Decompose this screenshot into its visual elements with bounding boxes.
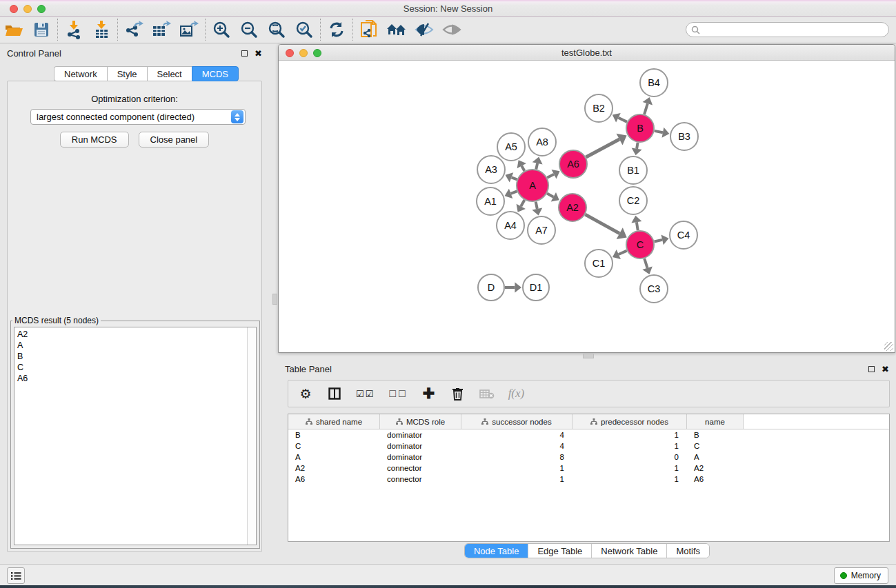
network-canvas[interactable]: B4B2BB3A5A8A6A3AB1A1A2C2A4A7C4CC1C3DD1 [279, 61, 895, 352]
table-cell[interactable]: 1 [461, 474, 573, 485]
table-cell[interactable]: 1 [573, 463, 687, 474]
close-table-panel-icon[interactable]: ✖ [882, 366, 889, 372]
table-cell[interactable]: B [288, 429, 380, 440]
table-cell[interactable]: A [687, 452, 744, 463]
graph-edge-A-A8[interactable] [532, 156, 543, 169]
deselect-all-columns-button[interactable]: ☐☐ [388, 389, 407, 399]
graph-node-C1[interactable]: C1 [585, 250, 613, 277]
graph-edge-A-A6[interactable] [547, 170, 559, 179]
close-panel-button[interactable]: Close panel [139, 132, 210, 148]
table-cell[interactable]: A2 [288, 463, 380, 474]
mcds-result-item[interactable]: A6 [17, 373, 244, 384]
table-cell[interactable]: dominator [380, 429, 461, 440]
add-column-button[interactable]: ✚ [421, 385, 437, 402]
export-table-button[interactable] [148, 18, 175, 41]
table-cell[interactable]: C [288, 440, 380, 452]
table-row[interactable]: Adominator80A [288, 452, 889, 463]
home-button[interactable] [383, 18, 410, 41]
graph-node-B4[interactable]: B4 [640, 69, 668, 97]
table-cell[interactable]: 8 [461, 452, 573, 463]
optimization-criterion-select[interactable]: largest connected component (directed) [30, 109, 246, 125]
column-header-MCDS-role[interactable]: MCDS role [380, 414, 461, 429]
graph-edge-B-B3[interactable] [655, 128, 670, 138]
tab-edge-table[interactable]: Edge Table [528, 544, 592, 558]
vertical-splitter-handle[interactable] [272, 294, 277, 305]
tab-motifs[interactable]: Motifs [667, 544, 709, 558]
graph-node-B2[interactable]: B2 [585, 94, 613, 122]
tab-network-table[interactable]: Network Table [592, 544, 667, 558]
mcds-result-item[interactable]: A [17, 340, 244, 351]
refresh-button[interactable] [323, 18, 350, 41]
graph-edge-A-A4[interactable] [517, 200, 526, 212]
mcds-result-item[interactable]: B [17, 351, 244, 362]
graph-edge-C-C4[interactable] [654, 234, 668, 245]
graph-node-A6[interactable]: A6 [559, 150, 587, 178]
show-panels-button[interactable] [7, 567, 25, 584]
graph-edge-D-D1[interactable] [505, 282, 521, 292]
tab-style[interactable]: Style [107, 66, 147, 81]
window-resize-grip[interactable] [884, 342, 893, 351]
graph-edge-A6-B[interactable] [586, 134, 627, 157]
zoom-window-button[interactable] [37, 5, 46, 13]
graph-node-D1[interactable]: D1 [523, 274, 549, 301]
memory-button[interactable]: Memory [834, 567, 888, 584]
tab-select[interactable]: Select [147, 66, 192, 81]
table-cell[interactable]: connector [380, 463, 461, 474]
list-scrollbar[interactable] [247, 327, 256, 545]
close-network-button[interactable] [286, 49, 294, 57]
import-network-button[interactable] [60, 18, 88, 41]
table-cell[interactable]: 1 [573, 474, 687, 485]
close-window-button[interactable] [10, 5, 18, 13]
graph-node-A7[interactable]: A7 [528, 216, 555, 244]
table-cell[interactable]: 1 [573, 440, 687, 452]
table-cell[interactable]: dominator [380, 440, 461, 452]
graph-node-B[interactable]: B [626, 114, 654, 142]
column-header-name[interactable]: name [687, 414, 744, 429]
table-settings-button[interactable]: ⚙ [298, 386, 313, 402]
tab-node-table[interactable]: Node Table [465, 544, 529, 558]
zoom-out-button[interactable] [235, 18, 263, 41]
table-row[interactable]: A6connector11A6 [288, 474, 889, 485]
graph-edge-A-A3[interactable] [506, 172, 517, 182]
table-cell[interactable]: dominator [380, 452, 461, 463]
horizontal-splitter-handle[interactable] [583, 354, 594, 358]
graph-edge-C-C1[interactable] [613, 250, 627, 259]
import-table-button[interactable] [88, 18, 115, 41]
graph-node-A4[interactable]: A4 [497, 212, 524, 239]
table-cell[interactable]: 1 [461, 463, 573, 474]
table-cell[interactable]: 4 [461, 440, 573, 452]
zoom-network-button[interactable] [313, 49, 321, 57]
run-mcds-button[interactable]: Run MCDS [60, 132, 129, 148]
column-header-shared-name[interactable]: shared name [288, 414, 380, 429]
graph-node-B3[interactable]: B3 [670, 123, 698, 150]
table-cell[interactable]: 1 [573, 429, 687, 440]
table-cell[interactable]: A [288, 452, 380, 463]
function-builder-button[interactable]: f(x) [508, 387, 525, 401]
zoom-in-button[interactable] [208, 18, 235, 41]
float-table-panel-icon[interactable] [868, 366, 875, 372]
export-network-button[interactable] [120, 18, 148, 41]
graph-node-A8[interactable]: A8 [528, 128, 556, 156]
graph-node-A1[interactable]: A1 [477, 187, 504, 215]
tab-network[interactable]: Network [54, 66, 107, 81]
search-input[interactable] [700, 23, 888, 36]
minimize-network-button[interactable] [299, 49, 308, 57]
table-cell[interactable]: 0 [573, 452, 687, 463]
open-file-button[interactable] [0, 18, 28, 41]
graph-node-A[interactable]: A [517, 170, 548, 201]
mcds-result-item[interactable]: C [17, 362, 244, 373]
hide-selected-button[interactable] [410, 18, 438, 41]
minimize-window-button[interactable] [23, 5, 32, 13]
table-cell[interactable]: A6 [288, 474, 380, 485]
close-panel-icon[interactable]: ✖ [255, 50, 262, 57]
mcds-result-item[interactable]: A2 [17, 329, 244, 340]
graph-node-B1[interactable]: B1 [619, 156, 647, 184]
graph-edge-B-B1[interactable] [632, 143, 642, 156]
graph-node-A5[interactable]: A5 [497, 133, 525, 161]
show-columns-button[interactable] [327, 387, 342, 400]
graph-node-A2[interactable]: A2 [559, 194, 586, 221]
zoom-selected-button[interactable] [290, 18, 318, 41]
delete-column-button[interactable] [450, 387, 466, 401]
table-row[interactable]: Bdominator41B [288, 429, 889, 440]
zoom-fit-button[interactable] [263, 18, 290, 41]
